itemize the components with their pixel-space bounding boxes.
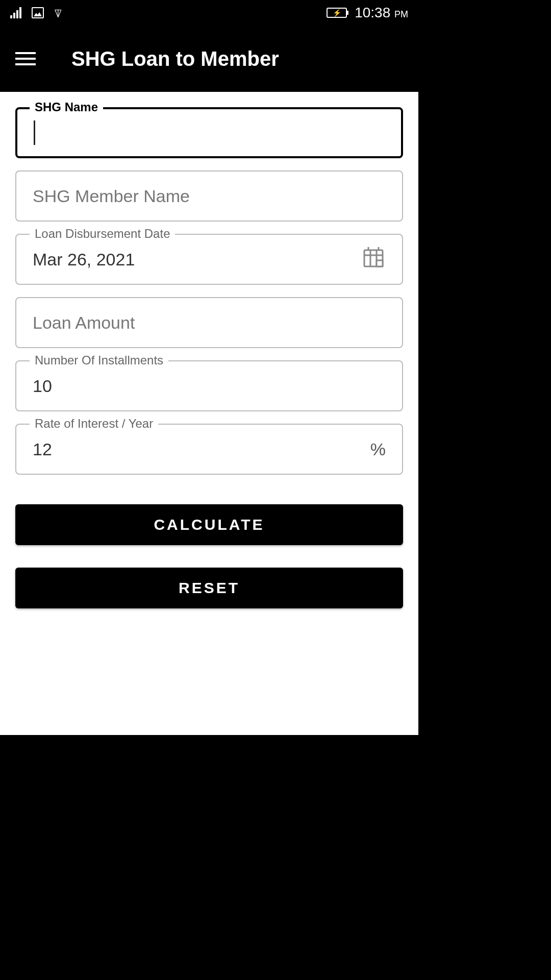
installments-label: Number Of Installments	[30, 353, 168, 368]
svg-rect-6	[377, 260, 383, 266]
installments-field[interactable]: Number Of Installments 10	[15, 360, 403, 411]
app-header: SHG Loan to Member	[0, 26, 418, 92]
disbursement-date-field[interactable]: Loan Disbursement Date Mar 26, 2021	[15, 234, 403, 285]
status-right: ⚡ 10:38 PM	[327, 5, 408, 21]
status-bar: ⍒ ⚡ 10:38 PM	[0, 0, 418, 26]
shg-name-input[interactable]	[15, 107, 403, 158]
shg-name-field[interactable]: SHG Name	[15, 107, 403, 158]
usb-icon: ⍒	[54, 5, 62, 21]
interest-rate-value: 12	[33, 439, 52, 459]
signal-icon	[10, 7, 21, 18]
installments-input[interactable]: 10	[15, 360, 403, 411]
disbursement-date-input[interactable]: Mar 26, 2021	[15, 234, 403, 285]
calculate-button[interactable]: CALCULATE	[15, 504, 403, 545]
disbursement-date-label: Loan Disbursement Date	[30, 227, 175, 241]
battery-icon: ⚡	[327, 8, 347, 18]
member-name-input[interactable]: SHG Member Name	[15, 170, 403, 222]
status-time: 10:38 PM	[355, 5, 408, 21]
loan-amount-field[interactable]: Loan Amount	[15, 297, 403, 348]
form-content: SHG Name SHG Member Name Loan Disburseme…	[0, 92, 418, 735]
installments-value: 10	[33, 376, 52, 396]
member-name-field[interactable]: SHG Member Name	[15, 170, 403, 222]
interest-rate-input[interactable]: 12 %	[15, 424, 403, 475]
status-left: ⍒	[10, 5, 62, 21]
menu-icon[interactable]	[15, 52, 36, 65]
page-title: SHG Loan to Member	[71, 47, 279, 70]
image-icon	[32, 7, 44, 18]
loan-amount-input[interactable]: Loan Amount	[15, 297, 403, 348]
calendar-icon[interactable]	[361, 245, 386, 274]
reset-button[interactable]: RESET	[15, 568, 403, 608]
percent-suffix: %	[370, 439, 386, 459]
shg-name-label: SHG Name	[30, 100, 103, 114]
interest-rate-field[interactable]: Rate of Interest / Year 12 %	[15, 424, 403, 475]
disbursement-date-value: Mar 26, 2021	[33, 250, 135, 270]
interest-rate-label: Rate of Interest / Year	[30, 416, 158, 431]
